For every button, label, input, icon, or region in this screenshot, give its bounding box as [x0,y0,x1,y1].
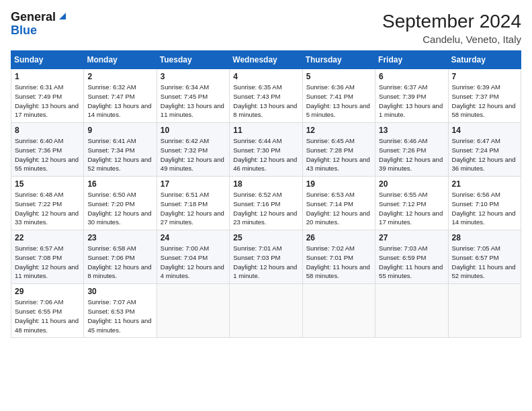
col-header-thursday: Thursday [302,51,375,69]
calendar-cell: 23 Sunrise: 6:58 AM Sunset: 7:06 PM Dayl… [84,230,157,284]
day-number: 19 [306,179,371,189]
day-info: Sunrise: 6:55 AM Sunset: 7:12 PM Dayligh… [379,190,444,227]
day-number: 22 [15,233,80,242]
day-number: 27 [379,233,444,242]
daylight: Daylight: 12 hours and 46 minutes. [233,156,297,173]
day-number: 30 [87,287,152,296]
sunrise: Sunrise: 6:46 AM [379,137,427,144]
calendar-cell: 4 Sunrise: 6:35 AM Sunset: 7:43 PM Dayli… [230,69,302,123]
title-block: September 2024 Candelu, Veneto, Italy [382,11,521,45]
sunset: Sunset: 6:53 PM [87,308,134,315]
day-number: 3 [161,72,226,81]
col-header-wednesday: Wednesday [230,51,302,69]
sunset: Sunset: 7:24 PM [452,146,499,154]
day-number: 16 [87,179,152,189]
daylight: Daylight: 12 hours and 17 minutes. [379,210,443,226]
calendar-cell: 20 Sunrise: 6:55 AM Sunset: 7:12 PM Dayl… [375,177,448,230]
daylight: Daylight: 12 hours and 4 minutes. [161,263,224,280]
day-info: Sunrise: 6:56 AM Sunset: 7:10 PM Dayligh… [452,190,517,227]
calendar-cell: 30 Sunrise: 7:07 AM Sunset: 6:53 PM Dayl… [84,284,157,338]
calendar-cell: 13 Sunrise: 6:46 AM Sunset: 7:26 PM Dayl… [375,123,448,177]
calendar-cell [302,284,375,338]
day-info: Sunrise: 6:42 AM Sunset: 7:32 PM Dayligh… [161,136,226,173]
col-header-saturday: Saturday [448,51,521,69]
sunset: Sunset: 7:12 PM [379,200,426,208]
calendar-cell: 3 Sunrise: 6:34 AM Sunset: 7:45 PM Dayli… [157,69,229,123]
daylight: Daylight: 12 hours and 30 minutes. [87,210,151,226]
sunrise: Sunrise: 6:32 AM [87,83,136,91]
calendar-cell: 29 Sunrise: 7:06 AM Sunset: 6:55 PM Dayl… [11,284,84,338]
sunrise: Sunrise: 6:37 AM [379,83,427,91]
calendar-cell: 22 Sunrise: 6:57 AM Sunset: 7:08 PM Dayl… [11,230,84,284]
calendar-cell: 11 Sunrise: 6:44 AM Sunset: 7:30 PM Dayl… [230,123,302,177]
logo-blue: Blue [11,24,37,37]
day-info: Sunrise: 6:32 AM Sunset: 7:47 PM Dayligh… [87,83,152,120]
day-number: 2 [87,72,152,81]
day-number: 29 [15,287,80,296]
calendar-cell: 1 Sunrise: 6:31 AM Sunset: 7:49 PM Dayli… [11,69,84,123]
day-info: Sunrise: 7:01 AM Sunset: 7:03 PM Dayligh… [233,244,298,281]
sunrise: Sunrise: 7:05 AM [452,244,500,252]
daylight: Daylight: 12 hours and 52 minutes. [87,156,151,173]
calendar-cell: 25 Sunrise: 7:01 AM Sunset: 7:03 PM Dayl… [230,230,302,284]
page-header: General Blue September 2024 Candelu, Ven… [11,11,521,45]
calendar-cell: 8 Sunrise: 6:40 AM Sunset: 7:36 PM Dayli… [11,123,84,177]
daylight: Daylight: 12 hours and 1 minute. [233,263,297,280]
day-info: Sunrise: 6:46 AM Sunset: 7:26 PM Dayligh… [379,136,444,173]
sunrise: Sunrise: 6:31 AM [15,83,63,91]
sunrise: Sunrise: 6:47 AM [452,137,500,144]
day-number: 1 [15,72,80,81]
sunrise: Sunrise: 6:36 AM [306,83,355,91]
day-info: Sunrise: 7:05 AM Sunset: 6:57 PM Dayligh… [452,244,517,281]
calendar-cell: 26 Sunrise: 7:02 AM Sunset: 7:01 PM Dayl… [302,230,375,284]
day-number: 23 [87,233,152,242]
daylight: Daylight: 13 hours and 11 minutes. [161,102,224,119]
sunset: Sunset: 7:41 PM [306,93,353,100]
day-info: Sunrise: 7:00 AM Sunset: 7:04 PM Dayligh… [161,244,226,281]
daylight: Daylight: 12 hours and 49 minutes. [161,156,224,173]
sunset: Sunset: 7:28 PM [306,146,353,154]
day-info: Sunrise: 6:47 AM Sunset: 7:24 PM Dayligh… [452,136,517,173]
daylight: Daylight: 13 hours and 1 minute. [379,102,443,119]
daylight: Daylight: 12 hours and 58 minutes. [452,102,516,119]
daylight: Daylight: 13 hours and 17 minutes. [15,102,79,119]
sunset: Sunset: 7:45 PM [161,93,208,100]
day-info: Sunrise: 6:57 AM Sunset: 7:08 PM Dayligh… [15,244,80,281]
day-info: Sunrise: 7:06 AM Sunset: 6:55 PM Dayligh… [15,298,80,334]
week-row-3: 15 Sunrise: 6:48 AM Sunset: 7:22 PM Dayl… [11,177,521,230]
daylight: Daylight: 11 hours and 48 minutes. [15,317,79,334]
day-number: 28 [452,233,517,242]
day-number: 9 [87,126,152,135]
sunset: Sunset: 7:37 PM [452,93,499,100]
daylight: Daylight: 12 hours and 8 minutes. [87,263,151,280]
daylight: Daylight: 12 hours and 33 minutes. [15,210,79,226]
sunrise: Sunrise: 7:02 AM [306,244,355,252]
day-info: Sunrise: 6:58 AM Sunset: 7:06 PM Dayligh… [87,244,152,281]
sunset: Sunset: 7:22 PM [15,200,62,208]
day-info: Sunrise: 6:51 AM Sunset: 7:18 PM Dayligh… [161,190,226,227]
sunset: Sunset: 7:08 PM [15,254,62,261]
sunset: Sunset: 7:18 PM [161,200,208,208]
calendar-cell: 16 Sunrise: 6:50 AM Sunset: 7:20 PM Dayl… [84,177,157,230]
daylight: Daylight: 12 hours and 20 minutes. [306,210,370,226]
sunrise: Sunrise: 7:00 AM [161,244,209,252]
daylight: Daylight: 12 hours and 39 minutes. [379,156,443,173]
sunrise: Sunrise: 6:48 AM [15,191,63,198]
day-number: 20 [379,179,444,189]
day-number: 10 [161,126,226,135]
daylight: Daylight: 12 hours and 11 minutes. [15,263,79,280]
day-info: Sunrise: 6:40 AM Sunset: 7:36 PM Dayligh… [15,136,80,173]
sunset: Sunset: 7:30 PM [233,146,280,154]
week-row-4: 22 Sunrise: 6:57 AM Sunset: 7:08 PM Dayl… [11,230,521,284]
sunset: Sunset: 7:32 PM [161,146,208,154]
daylight: Daylight: 11 hours and 55 minutes. [379,263,443,280]
sunrise: Sunrise: 6:53 AM [306,191,355,198]
sunset: Sunset: 6:57 PM [452,254,499,261]
daylight: Daylight: 12 hours and 43 minutes. [306,156,370,173]
sunrise: Sunrise: 7:07 AM [87,298,136,306]
calendar-cell: 15 Sunrise: 6:48 AM Sunset: 7:22 PM Dayl… [11,177,84,230]
day-number: 24 [161,233,226,242]
daylight: Daylight: 13 hours and 8 minutes. [233,102,297,119]
day-info: Sunrise: 7:03 AM Sunset: 6:59 PM Dayligh… [379,244,444,281]
day-number: 4 [233,72,298,81]
